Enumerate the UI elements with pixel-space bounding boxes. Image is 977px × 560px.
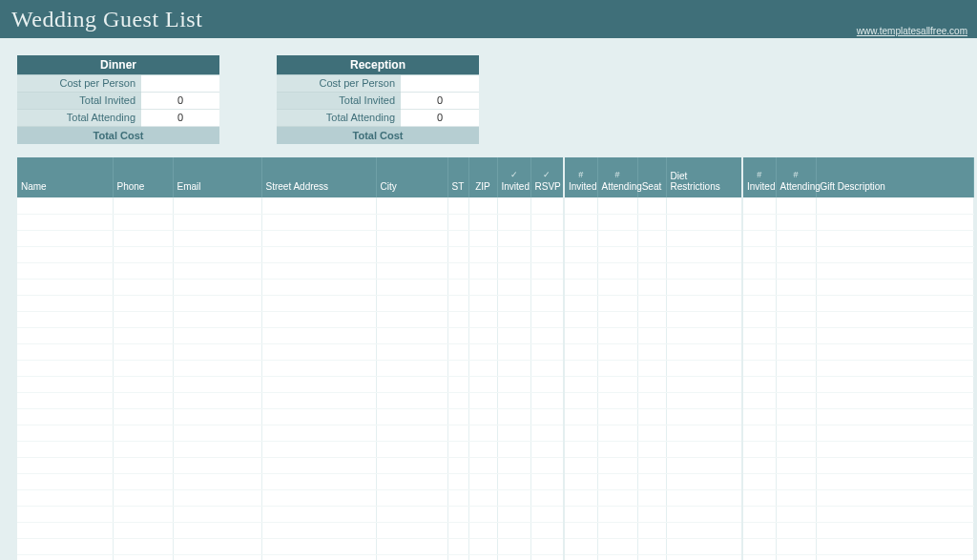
cell[interactable] xyxy=(113,311,173,327)
cell[interactable] xyxy=(776,295,816,311)
cell[interactable] xyxy=(597,506,637,522)
cell[interactable] xyxy=(564,408,597,425)
cell[interactable] xyxy=(530,376,564,392)
cell[interactable] xyxy=(666,376,742,392)
cell[interactable] xyxy=(776,473,816,489)
cell[interactable] xyxy=(376,376,447,392)
cell[interactable] xyxy=(666,538,742,554)
cell[interactable] xyxy=(597,441,637,457)
cell[interactable] xyxy=(497,425,530,441)
cell[interactable] xyxy=(530,214,564,230)
cell[interactable] xyxy=(776,262,816,279)
cell[interactable] xyxy=(742,408,776,425)
cell[interactable] xyxy=(637,343,666,360)
cell[interactable] xyxy=(530,408,564,425)
cell[interactable] xyxy=(17,473,113,489)
cell[interactable] xyxy=(261,473,376,489)
cell[interactable] xyxy=(447,311,468,327)
cell[interactable] xyxy=(497,489,530,506)
cell[interactable] xyxy=(666,246,742,262)
cell[interactable] xyxy=(637,376,666,392)
cell[interactable] xyxy=(564,457,597,473)
cell[interactable] xyxy=(17,489,113,506)
cell[interactable] xyxy=(564,506,597,522)
cell[interactable] xyxy=(447,295,468,311)
cell[interactable] xyxy=(530,457,564,473)
cell[interactable] xyxy=(468,522,497,538)
cell[interactable] xyxy=(113,408,173,425)
cell[interactable] xyxy=(742,554,776,560)
cell[interactable] xyxy=(468,327,497,343)
cell[interactable] xyxy=(564,295,597,311)
cell[interactable] xyxy=(597,360,637,376)
cell[interactable] xyxy=(376,489,447,506)
cell[interactable] xyxy=(376,425,447,441)
cell[interactable] xyxy=(468,230,497,246)
cell[interactable] xyxy=(597,457,637,473)
summary-value[interactable]: 0 xyxy=(401,110,479,127)
cell[interactable] xyxy=(173,489,261,506)
cell[interactable] xyxy=(776,197,816,214)
cell[interactable] xyxy=(497,360,530,376)
col-name[interactable]: Name xyxy=(17,157,113,197)
cell[interactable] xyxy=(497,262,530,279)
cell[interactable] xyxy=(261,538,376,554)
cell[interactable] xyxy=(530,279,564,295)
cell[interactable] xyxy=(530,441,564,457)
cell[interactable] xyxy=(468,473,497,489)
cell[interactable] xyxy=(468,441,497,457)
cell[interactable] xyxy=(816,408,973,425)
cell[interactable] xyxy=(776,343,816,360)
cell[interactable] xyxy=(17,554,113,560)
cell[interactable] xyxy=(173,360,261,376)
cell[interactable] xyxy=(816,506,973,522)
summary-value[interactable] xyxy=(141,75,219,93)
cell[interactable] xyxy=(816,538,973,554)
col-invited3[interactable]: #Invited xyxy=(742,157,776,197)
cell[interactable] xyxy=(597,473,637,489)
cell[interactable] xyxy=(497,506,530,522)
cell[interactable] xyxy=(376,457,447,473)
cell[interactable] xyxy=(637,554,666,560)
cell[interactable] xyxy=(468,457,497,473)
cell[interactable] xyxy=(497,441,530,457)
col-diet[interactable]: Diet Restrictions xyxy=(666,157,742,197)
cell[interactable] xyxy=(261,230,376,246)
cell[interactable] xyxy=(113,246,173,262)
col-email[interactable]: Email xyxy=(173,157,261,197)
cell[interactable] xyxy=(468,214,497,230)
cell[interactable] xyxy=(637,522,666,538)
cell[interactable] xyxy=(564,489,597,506)
cell[interactable] xyxy=(447,360,468,376)
cell[interactable] xyxy=(666,408,742,425)
cell[interactable] xyxy=(776,360,816,376)
cell[interactable] xyxy=(597,376,637,392)
cell[interactable] xyxy=(666,197,742,214)
cell[interactable] xyxy=(17,295,113,311)
cell[interactable] xyxy=(597,197,637,214)
cell[interactable] xyxy=(530,425,564,441)
cell[interactable] xyxy=(447,408,468,425)
cell[interactable] xyxy=(113,457,173,473)
cell[interactable] xyxy=(637,246,666,262)
cell[interactable] xyxy=(468,554,497,560)
cell[interactable] xyxy=(564,522,597,538)
cell[interactable] xyxy=(173,246,261,262)
cell[interactable] xyxy=(597,230,637,246)
cell[interactable] xyxy=(637,197,666,214)
cell[interactable] xyxy=(597,311,637,327)
cell[interactable] xyxy=(776,246,816,262)
cell[interactable] xyxy=(666,425,742,441)
cell[interactable] xyxy=(173,343,261,360)
cell[interactable] xyxy=(564,327,597,343)
cell[interactable] xyxy=(447,327,468,343)
cell[interactable] xyxy=(776,327,816,343)
cell[interactable] xyxy=(637,214,666,230)
cell[interactable] xyxy=(376,522,447,538)
cell[interactable] xyxy=(564,360,597,376)
cell[interactable] xyxy=(17,262,113,279)
cell[interactable] xyxy=(816,473,973,489)
cell[interactable] xyxy=(113,343,173,360)
cell[interactable] xyxy=(17,441,113,457)
cell[interactable] xyxy=(666,327,742,343)
